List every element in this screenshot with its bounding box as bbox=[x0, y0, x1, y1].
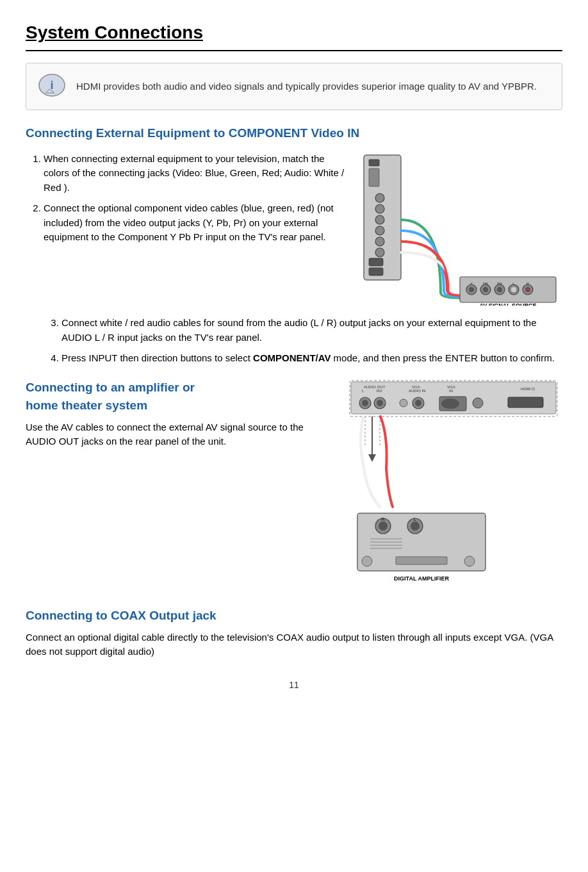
svg-text:AUDIO IN: AUDIO IN bbox=[409, 389, 426, 393]
step-2: Connect the optional component video cab… bbox=[44, 201, 345, 245]
component-section: When connecting external equipment to yo… bbox=[26, 152, 562, 310]
component-diagram: Y PB PR L R AV SIGNAL SOURCE bbox=[357, 152, 562, 310]
svg-point-7 bbox=[375, 204, 384, 213]
step-3-list: Connect white / red audio cables for sou… bbox=[61, 316, 562, 345]
component-steps-text: When connecting external equipment to yo… bbox=[26, 152, 345, 310]
svg-rect-12 bbox=[369, 258, 383, 266]
svg-rect-51 bbox=[508, 397, 543, 407]
svg-point-44 bbox=[377, 400, 383, 406]
step-3: Connect white / red audio cables for sou… bbox=[61, 316, 562, 345]
svg-point-6 bbox=[375, 193, 384, 202]
svg-text:L: L bbox=[414, 516, 417, 522]
svg-point-28 bbox=[525, 287, 530, 292]
svg-point-25 bbox=[511, 287, 516, 292]
svg-point-19 bbox=[483, 287, 488, 292]
step-4-list: Press INPUT then direction buttons to se… bbox=[61, 351, 562, 366]
section3-title: Connecting to COAX Output jack bbox=[26, 607, 562, 625]
svg-point-9 bbox=[375, 226, 384, 235]
step-3-container: Connect white / red audio cables for sou… bbox=[44, 316, 562, 345]
step-4-bold: COMPONENT/AV bbox=[253, 352, 331, 363]
svg-point-45 bbox=[400, 399, 407, 407]
svg-rect-68 bbox=[396, 557, 447, 564]
svg-text:R: R bbox=[381, 516, 385, 522]
svg-point-67 bbox=[362, 556, 372, 566]
svg-text:DIGITAL AMPLIFIER: DIGITAL AMPLIFIER bbox=[394, 575, 449, 582]
svg-point-50 bbox=[473, 398, 483, 408]
svg-point-65 bbox=[411, 522, 420, 531]
amplifier-text: Connecting to an amplifier or home theat… bbox=[26, 379, 325, 449]
info-icon: i bbox=[37, 71, 67, 102]
svg-text:IN: IN bbox=[449, 389, 453, 393]
amplifier-body: Use the AV cables to connect the externa… bbox=[26, 420, 325, 449]
svg-rect-5 bbox=[369, 169, 379, 186]
svg-text:PR: PR bbox=[497, 282, 503, 286]
svg-text:HDMI ⊡: HDMI ⊡ bbox=[521, 387, 535, 391]
svg-point-62 bbox=[379, 522, 388, 531]
section2-title: Connecting to an amplifier or home theat… bbox=[26, 379, 325, 415]
step-1: When connecting external equipment to yo… bbox=[44, 152, 345, 195]
svg-point-69 bbox=[464, 556, 475, 566]
svg-point-10 bbox=[375, 237, 384, 246]
amplifier-svg: AUDIO OUT L R⊙ VGA AUDIO IN VGA IN HDMI … bbox=[345, 379, 562, 584]
svg-text:Y: Y bbox=[470, 282, 473, 286]
svg-text:PB: PB bbox=[483, 282, 488, 286]
page-title: System Connections bbox=[26, 19, 562, 51]
section1-title: Connecting External Equipment to COMPONE… bbox=[26, 124, 562, 143]
amplifier-diagram: AUDIO OUT L R⊙ VGA AUDIO IN VGA IN HDMI … bbox=[345, 379, 562, 588]
info-text: HDMI provides both audio and video signa… bbox=[76, 79, 537, 94]
svg-rect-13 bbox=[369, 268, 383, 276]
svg-text:i: i bbox=[50, 79, 53, 92]
svg-text:AV SIGNAL SOURCE: AV SIGNAL SOURCE bbox=[479, 302, 536, 306]
svg-text:R⊙: R⊙ bbox=[377, 389, 382, 393]
info-box: i HDMI provides both audio and video sig… bbox=[26, 63, 562, 110]
svg-text:R: R bbox=[527, 282, 530, 286]
svg-point-11 bbox=[375, 248, 384, 257]
svg-point-42 bbox=[362, 400, 368, 406]
tv-panel-svg: Y PB PR L R AV SIGNAL SOURCE bbox=[357, 152, 562, 306]
step-4-container: Press INPUT then direction buttons to se… bbox=[44, 351, 562, 366]
svg-point-47 bbox=[415, 400, 421, 406]
step-4: Press INPUT then direction buttons to se… bbox=[61, 351, 562, 366]
svg-point-49 bbox=[441, 399, 459, 409]
svg-marker-55 bbox=[368, 454, 376, 462]
page-number: 11 bbox=[26, 679, 562, 692]
section3-body: Connect an optional digital cable direct… bbox=[26, 630, 562, 659]
svg-point-16 bbox=[469, 287, 474, 292]
component-steps-list: When connecting external equipment to yo… bbox=[44, 152, 345, 245]
coax-section: Connecting to COAX Output jack Connect a… bbox=[26, 607, 562, 659]
amplifier-section: Connecting to an amplifier or home theat… bbox=[26, 379, 562, 588]
svg-rect-4 bbox=[369, 160, 379, 166]
svg-point-8 bbox=[375, 215, 384, 224]
svg-point-22 bbox=[497, 287, 502, 292]
